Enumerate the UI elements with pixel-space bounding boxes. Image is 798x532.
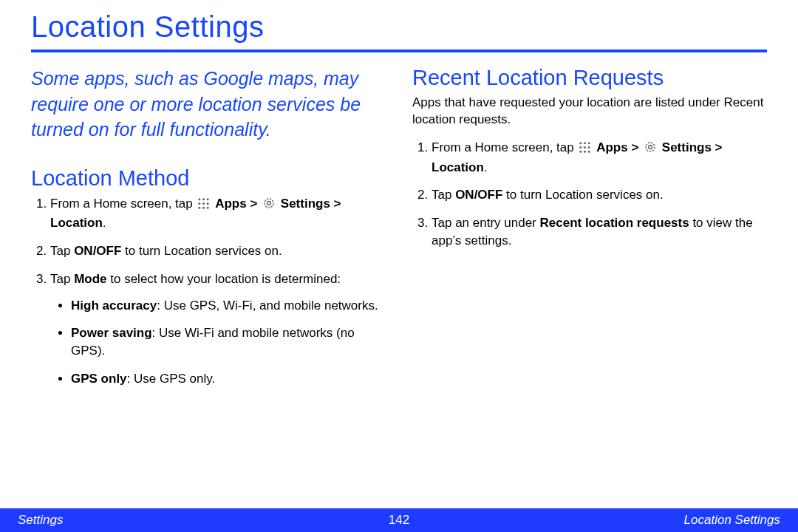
list-item: Tap Mode to select how your location is … xyxy=(50,270,386,388)
svg-point-17 xyxy=(580,151,582,153)
list-item: Tap ON/OFF to turn Location services on. xyxy=(50,242,386,260)
svg-point-0 xyxy=(199,198,201,200)
text: From a Home screen, tap xyxy=(432,140,577,154)
bold-text: Apps > xyxy=(215,197,261,211)
page-title: Location Settings xyxy=(31,0,767,50)
text: : Use GPS, Wi-Fi, and mobile networks. xyxy=(157,299,378,313)
svg-point-16 xyxy=(588,146,590,149)
text: to turn Location services on. xyxy=(502,188,663,202)
bold-text: Recent location requests xyxy=(539,216,689,230)
mode-options: High accuracy: Use GPS, Wi-Fi, and mobil… xyxy=(50,297,381,388)
svg-point-3 xyxy=(199,202,201,204)
svg-point-6 xyxy=(199,206,201,208)
location-method-steps: From a Home screen, tap Apps > Settings … xyxy=(31,195,386,388)
svg-point-8 xyxy=(207,206,209,208)
document-page: Location Settings Some apps, such as Goo… xyxy=(0,0,798,532)
svg-point-4 xyxy=(202,202,205,204)
svg-point-15 xyxy=(584,146,586,149)
apps-grid-icon xyxy=(197,197,210,215)
bold-text: GPS only xyxy=(71,372,127,386)
bold-text: ON/OFF xyxy=(455,188,502,202)
svg-point-7 xyxy=(202,206,205,208)
svg-point-19 xyxy=(588,151,590,153)
text: : Use GPS only. xyxy=(127,372,216,386)
list-item: From a Home screen, tap Apps > Settings … xyxy=(432,139,767,177)
svg-point-2 xyxy=(207,198,209,200)
bold-text: Apps > xyxy=(596,140,642,154)
bold-text: Power saving xyxy=(71,326,152,340)
svg-point-13 xyxy=(588,142,590,144)
list-item: Power saving: Use Wi-Fi and mobile netwo… xyxy=(71,324,381,360)
bold-text: High accuracy xyxy=(71,299,157,313)
left-column: Some apps, such as Google maps, may requ… xyxy=(31,66,386,398)
lead-paragraph: Some apps, such as Google maps, may requ… xyxy=(31,66,386,143)
svg-point-1 xyxy=(202,198,205,200)
text: . xyxy=(103,216,106,230)
settings-gear-icon xyxy=(644,140,657,159)
svg-point-9 xyxy=(267,201,271,205)
list-item: Tap an entry under Recent location reque… xyxy=(432,214,767,250)
list-item: High accuracy: Use GPS, Wi-Fi, and mobil… xyxy=(71,297,381,315)
section-heading-location-method: Location Method xyxy=(31,166,386,191)
apps-grid-icon xyxy=(579,141,591,159)
bold-text: Mode xyxy=(74,272,106,286)
svg-point-11 xyxy=(580,142,582,144)
right-column: Recent Location Requests Apps that have … xyxy=(412,66,767,398)
svg-point-12 xyxy=(584,142,586,144)
text: to select how your location is determine… xyxy=(107,272,341,286)
footer-left: Settings xyxy=(18,513,63,528)
text: Tap xyxy=(50,272,74,286)
footer-right: Location Settings xyxy=(684,513,780,528)
list-item: From a Home screen, tap Apps > Settings … xyxy=(50,195,386,233)
list-item: GPS only: Use GPS only. xyxy=(71,370,381,388)
svg-point-14 xyxy=(580,146,582,149)
text: From a Home screen, tap xyxy=(50,197,196,211)
recent-requests-steps: From a Home screen, tap Apps > Settings … xyxy=(412,139,767,250)
text: Tap xyxy=(432,188,455,202)
text: . xyxy=(484,160,488,174)
svg-point-10 xyxy=(265,199,273,208)
section-intro: Apps that have requested your location a… xyxy=(412,95,767,129)
page-footer: Settings 142 Location Settings xyxy=(0,508,798,532)
svg-point-18 xyxy=(584,151,586,153)
footer-page-number: 142 xyxy=(389,513,409,528)
svg-point-21 xyxy=(646,143,655,151)
text: to turn Location services on. xyxy=(121,244,282,258)
text: Tap an entry under xyxy=(432,216,539,230)
svg-point-20 xyxy=(649,145,652,149)
list-item: Tap ON/OFF to turn Location services on. xyxy=(432,186,767,204)
title-rule xyxy=(31,50,767,52)
svg-point-5 xyxy=(207,202,209,204)
text: Tap xyxy=(50,244,74,258)
two-column-layout: Some apps, such as Google maps, may requ… xyxy=(31,66,767,398)
bold-text: ON/OFF xyxy=(74,244,121,258)
section-heading-recent-requests: Recent Location Requests xyxy=(412,66,767,90)
settings-gear-icon xyxy=(262,197,276,215)
